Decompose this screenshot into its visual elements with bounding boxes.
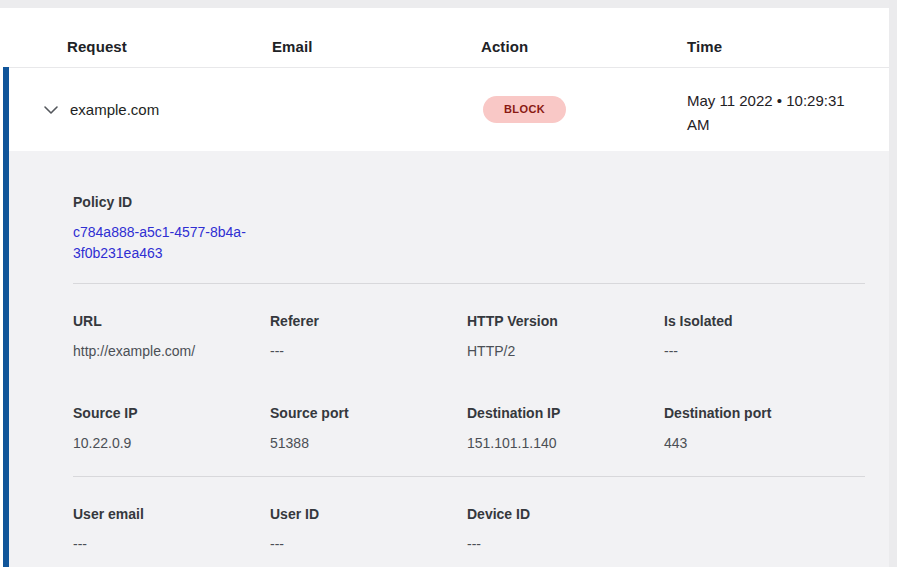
policy-id-link[interactable]: c784a888-a5c1-4577-8b4a-3f0b231ea463 — [73, 222, 271, 264]
field-value: --- — [270, 535, 467, 553]
field-value: --- — [270, 342, 467, 360]
field-empty — [664, 505, 861, 553]
details-row-network: Source IP 10.22.0.9 Source port 51388 De… — [73, 384, 865, 476]
field-user-id: User ID --- — [270, 505, 467, 553]
field-source-port: Source port 51388 — [270, 404, 467, 452]
field-device-id: Device ID --- — [467, 505, 664, 553]
field-user-email: User email --- — [73, 505, 270, 553]
row-details-panel: Policy ID c784a888-a5c1-4577-8b4a-3f0b23… — [3, 151, 889, 567]
field-destination-port: Destination port 443 — [664, 404, 861, 452]
field-value: --- — [664, 342, 861, 360]
field-value: 151.101.1.140 — [467, 434, 664, 452]
field-label: HTTP Version — [467, 312, 664, 330]
field-is-isolated: Is Isolated --- — [664, 312, 861, 360]
field-value: --- — [73, 535, 270, 553]
field-label: Is Isolated — [664, 312, 861, 330]
policy-id-label: Policy ID — [73, 193, 865, 211]
policy-id-section: Policy ID c784a888-a5c1-4577-8b4a-3f0b23… — [73, 193, 865, 264]
page-top-margin — [0, 0, 897, 8]
log-table-card: Request Email Action Time example.com BL… — [3, 8, 889, 567]
field-label: Referer — [270, 312, 467, 330]
field-referer: Referer --- — [270, 312, 467, 360]
expanded-row-accent-bar — [3, 67, 9, 567]
column-header-request: Request — [67, 38, 127, 55]
column-header-email: Email — [272, 38, 313, 55]
table-header: Request Email Action Time — [3, 8, 889, 68]
field-source-ip: Source IP 10.22.0.9 — [73, 404, 270, 452]
field-value: --- — [467, 535, 664, 553]
field-label: User email — [73, 505, 270, 523]
field-label: Source IP — [73, 404, 270, 422]
field-label: User ID — [270, 505, 467, 523]
field-http-version: HTTP Version HTTP/2 — [467, 312, 664, 360]
request-time: May 11 2022 • 10:29:31 AM — [687, 89, 867, 137]
field-value: http://example.com/ — [73, 342, 270, 360]
column-header-action: Action — [481, 38, 528, 55]
field-label: Device ID — [467, 505, 664, 523]
chevron-down-icon[interactable] — [42, 103, 60, 117]
action-block-badge: BLOCK — [483, 96, 566, 123]
field-value: 51388 — [270, 434, 467, 452]
field-label: Destination IP — [467, 404, 664, 422]
column-header-time: Time — [687, 38, 722, 55]
field-destination-ip: Destination IP 151.101.1.140 — [467, 404, 664, 452]
page-right-margin — [889, 0, 897, 567]
field-value: HTTP/2 — [467, 342, 664, 360]
field-label: URL — [73, 312, 270, 330]
details-row-http: URL http://example.com/ Referer --- HTTP… — [73, 284, 865, 384]
field-label: Destination port — [664, 404, 861, 422]
field-value: 10.22.0.9 — [73, 434, 270, 452]
field-url: URL http://example.com/ — [73, 312, 270, 360]
table-row[interactable]: example.com BLOCK May 11 2022 • 10:29:31… — [3, 68, 889, 152]
field-value: 443 — [664, 434, 861, 452]
request-domain: example.com — [70, 101, 159, 118]
details-row-user: User email --- User ID --- Device ID --- — [73, 477, 865, 567]
field-label: Source port — [270, 404, 467, 422]
